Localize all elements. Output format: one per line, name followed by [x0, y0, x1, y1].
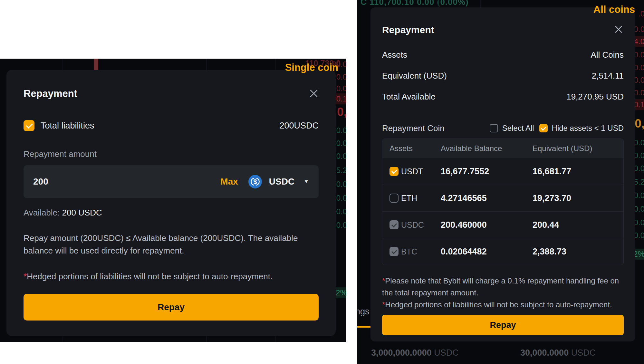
modal-header: Repayment: [382, 24, 624, 36]
close-icon[interactable]: [614, 25, 624, 34]
repayment-modal-all-coins: Repayment Assets All Coins Equivalent (U…: [370, 7, 635, 341]
col-header-available-balance: Available Balance: [441, 144, 533, 153]
hedged-footnote: *Hedged portions of liabilities will not…: [382, 299, 624, 311]
all-coins-annotation: All coins: [593, 4, 635, 15]
single-coin-annotation: Single coin: [285, 62, 338, 73]
available-balance-cell: 16,677.7552: [441, 167, 533, 177]
repayment-coin-label: Repayment Coin: [382, 123, 445, 133]
available-balance-cell: 0.02064482: [441, 247, 533, 257]
col-header-equivalent-usd: Equivalent (USD): [533, 144, 623, 153]
total-liabilities-label: Total liabilities: [41, 121, 94, 131]
checkbox-icon[interactable]: [389, 194, 399, 203]
repayment-amount-label: Repayment amount: [24, 149, 319, 159]
footnote-asterisk: *: [382, 276, 385, 285]
summary-section: Assets All Coins Equivalent (USD) 2,514.…: [382, 50, 624, 101]
background-bottom-value: 3,000,000.0000 USDC: [371, 348, 459, 358]
screenshot-root: { "annotations": { "left_label": "Single…: [0, 0, 644, 364]
equivalent-usd-row: Equivalent (USD) 2,514.11: [382, 71, 624, 81]
checkbox-icon[interactable]: [389, 247, 399, 256]
hedged-footnote: *Hedged portions of liabilities will not…: [24, 271, 319, 282]
equivalent-usd-label: Equivalent (USD): [382, 71, 447, 81]
checkbox-checked-icon[interactable]: [24, 120, 34, 131]
footnote-text: Hedged portions of liabilities will not …: [385, 300, 612, 309]
row-checkbox[interactable]: [382, 194, 401, 203]
assets-row: Assets All Coins: [382, 50, 624, 60]
table-header-row: Assets Available Balance Equivalent (USD…: [382, 139, 623, 158]
select-all-checkbox[interactable]: Select All: [490, 124, 534, 133]
footnotes: *Please note that Bybit will charge a 0.…: [382, 275, 624, 311]
close-icon[interactable]: [309, 89, 319, 98]
table-filter-options: Select All Hide assets < 1 USD: [490, 124, 624, 133]
checkbox-checked-icon[interactable]: [539, 124, 548, 132]
usdc-icon: $: [248, 175, 262, 188]
modal-title: Repayment: [382, 24, 434, 36]
select-all-label: Select All: [502, 124, 534, 133]
modal-title: Repayment: [24, 88, 77, 100]
available-balance-cell: 4.27146565: [441, 193, 533, 203]
repay-button[interactable]: Repay: [24, 294, 319, 321]
available-balance-cell: 200.460000: [441, 220, 533, 230]
footnote-asterisk: *: [24, 272, 27, 281]
equivalent-usd-cell: 16,681.77: [533, 167, 623, 177]
equivalent-usd-cell: 2,388.73: [533, 247, 623, 257]
repayment-coin-row: Repayment Coin Select All Hide assets < …: [382, 123, 624, 133]
hide-assets-checkbox[interactable]: Hide assets < 1 USD: [539, 124, 624, 133]
hide-assets-label: Hide assets < 1 USD: [552, 124, 624, 133]
footnote-text: Please note that Bybit will charge a 0.1…: [382, 276, 619, 297]
checkbox-icon[interactable]: [389, 167, 399, 176]
chart-candle: [94, 59, 98, 70]
available-label: Available:: [24, 208, 60, 217]
active-tab-underline: [357, 326, 371, 328]
chart-gridline: [480, 0, 481, 7]
modal-header: Repayment: [24, 88, 319, 100]
assets-label: Assets: [382, 50, 407, 60]
row-checkbox[interactable]: [382, 167, 401, 176]
table-body: USDT 16,677.7552 16,681.77 ETH 4.2714656…: [382, 158, 623, 265]
repayment-coin-table: Assets Available Balance Equivalent (USD…: [382, 139, 624, 265]
total-liabilities-value: 200USDC: [279, 121, 319, 131]
background-panel-right: C 110,700.10 0.00 (0.00%) .0 50.0 44.0 4…: [357, 0, 644, 364]
background-price-ticker-top: C 110,700.10 0.00 (0.00%): [360, 0, 469, 7]
available-balance-line: Available: 200 USDC: [24, 208, 319, 217]
total-liabilities-checkbox-group[interactable]: Total liabilities: [24, 120, 94, 131]
total-liabilities-row: Total liabilities 200USDC: [24, 120, 319, 131]
checkbox-unchecked-icon[interactable]: [490, 124, 498, 132]
chart-gridline: [438, 0, 439, 7]
total-available-row: Total Available 19,270.95 USD: [382, 92, 624, 101]
equivalent-usd-cell: 200.44: [533, 220, 623, 230]
table-row[interactable]: USDT 16,677.7552 16,681.77: [382, 158, 623, 185]
checkbox-icon[interactable]: [389, 220, 399, 229]
row-checkbox[interactable]: [382, 247, 401, 256]
max-button[interactable]: Max: [220, 177, 238, 187]
table-row[interactable]: BTC 0.02064482 2,388.73: [382, 238, 623, 265]
coin-name: USDC: [401, 220, 441, 230]
background-tab-fragment: ngs: [357, 307, 370, 317]
coin-name: BTC: [401, 247, 441, 256]
repay-notice-text: Repay amount (200USDC) ≤ Available balan…: [24, 232, 301, 257]
bottom-value-amount: 30,000.0000: [520, 348, 569, 358]
coin-name: USDT: [401, 167, 441, 176]
footnote-text: Hedged portions of liabilities will not …: [27, 272, 273, 281]
table-row[interactable]: ETH 4.27146565 19,273.70: [382, 185, 623, 211]
currency-selected[interactable]: USDC: [269, 177, 294, 187]
available-value: 200 USDC: [62, 208, 102, 217]
footnote-asterisk: *: [382, 300, 385, 309]
total-available-label: Total Available: [382, 92, 436, 102]
background-panel-left: 110,730.0 30.0 20.0 0.0 00.1 0, 90.0 80.…: [0, 59, 346, 342]
coin-name: ETH: [401, 194, 441, 203]
row-checkbox[interactable]: [382, 220, 401, 229]
amount-value[interactable]: 200: [33, 177, 213, 187]
col-header-assets: Assets: [382, 144, 441, 153]
table-row[interactable]: USDC 200.460000 200.44: [382, 211, 623, 238]
repay-button[interactable]: Repay: [382, 315, 624, 335]
chevron-down-icon[interactable]: ▼: [303, 179, 309, 185]
assets-value: All Coins: [591, 50, 624, 60]
equivalent-usd-cell: 19,273.70: [533, 193, 623, 203]
repayment-modal-single: Repayment Total liabilities 200USDC Repa…: [6, 70, 336, 336]
background-bottom-value: 30,000.0000 USDC: [520, 348, 596, 358]
fee-footnote: *Please note that Bybit will charge a 0.…: [382, 275, 624, 299]
bottom-value-amount: 3,000,000.0000: [371, 348, 432, 358]
total-available-value: 19,270.95 USD: [566, 92, 624, 102]
repayment-amount-input[interactable]: 200 Max $ USDC ▼: [24, 165, 319, 198]
equivalent-usd-value: 2,514.11: [592, 71, 624, 81]
